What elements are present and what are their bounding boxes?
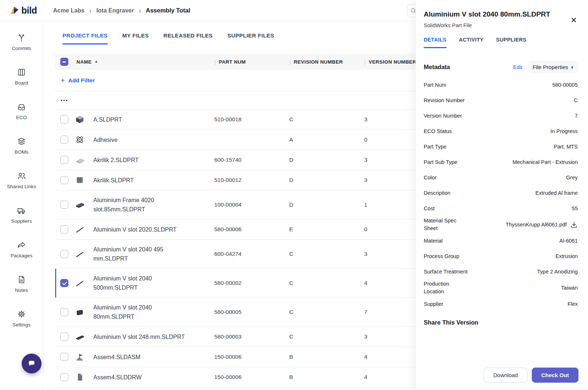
tab-supplier-files[interactable]: SUPPLIER FILES	[227, 32, 274, 44]
file-name: Aluminium V slot 2040 495 mm.SLDPRT	[93, 245, 187, 263]
sidebar-label: Shared Links	[7, 184, 36, 189]
board-icon	[17, 68, 26, 77]
app-logo[interactable]: bild	[10, 5, 37, 16]
field-row: Part Sub Type Mechanical Part - Extrusio…	[424, 154, 578, 170]
column-divider: |	[289, 59, 291, 65]
field-value: Al-6061	[559, 237, 578, 245]
select-all-checkbox[interactable]	[60, 58, 68, 66]
file-properties-dropdown[interactable]: File Properties ▾	[528, 61, 578, 74]
file-name: Akrilik 2.SLDPRT	[93, 155, 139, 165]
field-value: In Progress	[551, 128, 578, 135]
column-header-revision[interactable]: | REVISION NUMBER	[288, 59, 363, 65]
breadcrumb: Acme Labs › Iota Engraver › Assembly Tot…	[53, 7, 190, 14]
sort-asc-icon: ▲	[94, 60, 98, 63]
sidebar-item-notes[interactable]: Notes	[15, 275, 28, 293]
rod-icon	[75, 278, 93, 288]
assembly-icon	[75, 352, 93, 362]
tab-released-files[interactable]: RELEASED FILES	[164, 32, 213, 44]
row-checkbox[interactable]	[60, 225, 68, 233]
field-label: Part Type	[424, 143, 447, 151]
close-icon[interactable]: ✕	[570, 16, 577, 24]
sidebar-item-packages[interactable]: Packages	[11, 240, 32, 258]
revision: D	[288, 177, 363, 183]
sidebar-item-settings[interactable]: Settings	[12, 310, 31, 328]
panel-footer: Download Check Out	[416, 361, 588, 390]
file-name: Assem4.SLDASM	[93, 353, 140, 362]
field-label: Color	[424, 174, 437, 182]
breadcrumb-project[interactable]: Iota Engraver	[96, 7, 134, 14]
field-row: Supplier Flex	[424, 296, 578, 312]
sidebar-label: Commits	[12, 46, 31, 51]
field-value: 7	[575, 112, 578, 120]
users-icon	[17, 171, 26, 180]
row-checkbox[interactable]	[60, 136, 68, 144]
sidebar-item-eco[interactable]: ECO	[16, 102, 27, 120]
revision: B	[288, 374, 363, 380]
panel-tabs: DETAILS ACTIVITY SUPPLIERS	[424, 37, 578, 48]
part-num: 580-00002	[213, 280, 288, 286]
row-checkbox[interactable]	[60, 201, 68, 209]
column-header-part-num[interactable]: | PART NUM	[213, 59, 288, 65]
rod-icon	[75, 249, 93, 259]
field-value: Extrusion	[556, 253, 578, 260]
field-row: ECO Status In Progress	[424, 124, 578, 139]
sidebar-item-commits[interactable]: Commits	[12, 33, 31, 51]
row-checkbox[interactable]	[60, 353, 68, 361]
atom-icon	[75, 135, 93, 144]
tab-project-files[interactable]: PROJECT FILES	[62, 32, 108, 44]
sidebar-item-shared-links[interactable]: Shared Links	[7, 171, 36, 189]
row-checkbox[interactable]	[60, 373, 68, 381]
add-filter-button[interactable]: + Add Filter	[61, 77, 95, 84]
field-row: Material Al-6061	[424, 233, 578, 248]
inbox-icon	[17, 102, 26, 111]
part-num: 580-00006	[213, 226, 288, 233]
breadcrumb-workspace[interactable]: Acme Labs	[53, 7, 84, 14]
column-header-name[interactable]: NAME ▲	[75, 59, 213, 65]
row-checkbox-checked[interactable]	[60, 279, 68, 287]
field-value-group: ThyssenKrupp Al6061.pdf	[506, 221, 578, 229]
file-name: A.SLDPRT	[93, 115, 122, 124]
field-label: Material	[424, 237, 443, 245]
tab-suppliers[interactable]: SUPPLIERS	[496, 37, 527, 48]
detail-panel: Aluminium V slot 2040 80mm.SLDPRT ✕ Soli…	[415, 0, 588, 390]
field-label: Part Sub Type	[424, 158, 458, 166]
spec-sheet-filename: ThyssenKrupp Al6061.pdf	[506, 221, 567, 229]
tab-activity[interactable]: ACTIVITY	[459, 37, 484, 48]
sidebar-item-boms[interactable]: BOMs	[15, 137, 29, 155]
revision: A	[288, 136, 363, 143]
edit-metadata-link[interactable]: Edit	[513, 64, 522, 70]
chevron-down-icon: ▾	[571, 65, 573, 70]
field-label: Part Num	[424, 81, 446, 89]
row-checkbox[interactable]	[60, 156, 68, 164]
field-label: Material Spec Sheet	[424, 217, 469, 232]
tab-details[interactable]: DETAILS	[424, 37, 447, 48]
row-checkbox[interactable]	[60, 176, 68, 184]
part-num: 100-00004	[213, 201, 288, 208]
rod-icon	[75, 225, 93, 234]
revision: D	[288, 157, 363, 163]
field-value: Mechanical Part - Extrusion	[513, 158, 578, 166]
sidebar-item-board[interactable]: Board	[15, 68, 28, 86]
row-checkbox[interactable]	[60, 115, 68, 124]
chevron-right-icon: ›	[89, 7, 92, 14]
chat-icon	[27, 359, 36, 368]
sidebar-item-suppliers[interactable]: Suppliers	[11, 206, 32, 224]
revision: C	[288, 309, 363, 315]
field-value: C	[574, 97, 578, 104]
row-checkbox[interactable]	[60, 308, 68, 316]
row-checkbox[interactable]	[60, 250, 68, 258]
sidebar-label: BOMs	[15, 149, 29, 155]
commits-icon	[17, 33, 26, 42]
file-name: Assem4.SLDDRW	[93, 373, 141, 382]
bild-logo-icon	[10, 6, 19, 15]
field-label: Production Location	[424, 280, 469, 296]
revision: C	[288, 251, 363, 257]
chat-launcher-button[interactable]	[22, 354, 42, 373]
row-checkbox[interactable]	[60, 333, 68, 341]
download-icon[interactable]	[570, 221, 578, 228]
field-label: Surface Treatment	[424, 268, 467, 276]
download-button[interactable]: Download	[484, 368, 527, 383]
check-out-button[interactable]: Check Out	[532, 368, 578, 383]
field-row: Part Type Part, MTS	[424, 139, 578, 154]
tab-my-files[interactable]: MY FILES	[122, 32, 149, 44]
